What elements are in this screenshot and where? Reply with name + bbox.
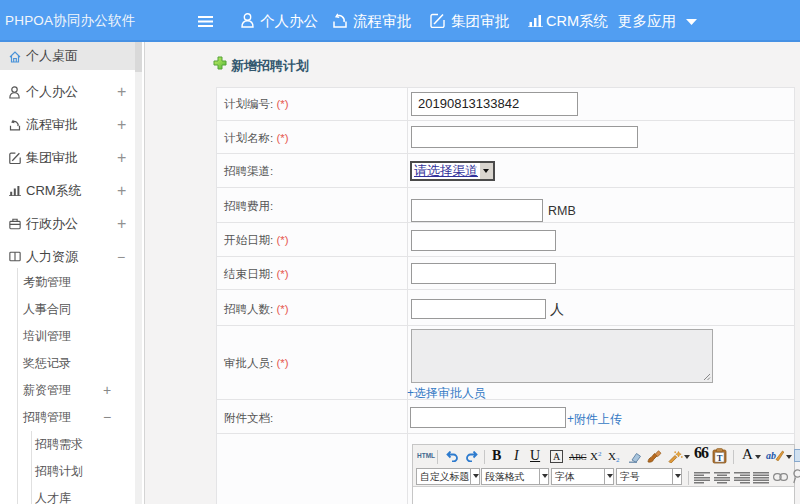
- svg-text:T: T: [717, 453, 723, 463]
